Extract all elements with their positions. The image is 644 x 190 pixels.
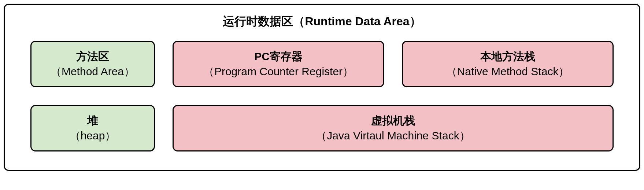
row-top: 方法区 （Method Area） PC寄存器 （Program Counter… [30,41,614,87]
jvm-stack-label-en: （Java Virtaul Machine Stack） [316,128,470,143]
pc-register-box: PC寄存器 （Program Counter Register） [173,41,384,87]
diagram-title: 运行时数据区（Runtime Data Area） [30,14,614,30]
heap-box: 堆 （heap） [30,105,155,151]
method-area-label-cn: 方法区 [76,49,109,64]
method-area-box: 方法区 （Method Area） [30,41,155,87]
native-method-stack-box: 本地方法栈 （Native Method Stack） [402,41,614,87]
pc-register-label-cn: PC寄存器 [254,49,303,64]
runtime-data-area-container: 运行时数据区（Runtime Data Area） 方法区 （Method Ar… [4,4,640,171]
jvm-stack-box: 虚拟机栈 （Java Virtaul Machine Stack） [173,105,614,151]
method-area-label-en: （Method Area） [51,64,135,79]
native-method-stack-label-cn: 本地方法栈 [480,49,535,64]
heap-label-cn: 堆 [87,113,98,128]
native-method-stack-label-en: （Native Method Stack） [446,64,570,79]
row-bottom: 堆 （heap） 虚拟机栈 （Java Virtaul Machine Stac… [30,105,614,151]
jvm-stack-label-cn: 虚拟机栈 [371,113,415,128]
heap-label-en: （heap） [70,128,116,143]
pc-register-label-en: （Program Counter Register） [203,64,354,79]
